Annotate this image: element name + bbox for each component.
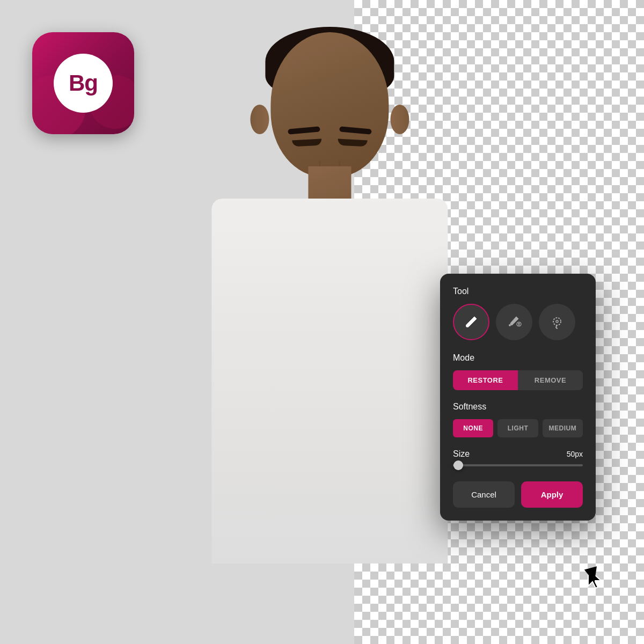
app-logo-text: Bg: [69, 70, 98, 96]
eyebrow-left: [288, 126, 320, 134]
svg-marker-4: [588, 569, 601, 588]
app-logo: Bg: [32, 32, 134, 134]
ear-left: [250, 105, 269, 134]
mode-section: Mode RESTORE REMOVE: [453, 353, 583, 390]
softness-section-label: Softness: [453, 402, 583, 412]
mode-buttons: RESTORE REMOVE: [453, 370, 583, 390]
smart-brush-tool-button[interactable]: [496, 304, 532, 340]
remove-mode-button[interactable]: REMOVE: [518, 370, 583, 390]
softness-buttons: NONE LIGHT MEDIUM: [453, 419, 583, 437]
softness-none-button[interactable]: NONE: [453, 419, 493, 437]
apply-button[interactable]: Apply: [521, 481, 583, 508]
action-buttons: Cancel Apply: [453, 481, 583, 508]
lasso-icon: [550, 314, 565, 330]
mode-section-label: Mode: [453, 353, 583, 363]
size-label: Size: [453, 449, 470, 459]
eyebrow-right: [339, 126, 372, 134]
tool-panel: Tool Mode: [440, 274, 596, 521]
size-slider-track[interactable]: [453, 464, 583, 466]
eye-right: [338, 139, 368, 147]
softness-section: Softness NONE LIGHT MEDIUM: [453, 402, 583, 437]
tool-buttons-row: [453, 304, 583, 340]
eye-left: [292, 139, 322, 147]
tool-section-label: Tool: [453, 287, 583, 296]
size-section: Size 50px: [453, 449, 583, 466]
softness-medium-button[interactable]: MEDIUM: [543, 419, 583, 437]
svg-point-3: [556, 320, 558, 323]
brush-tool-button[interactable]: [453, 304, 489, 340]
ear-right: [390, 105, 409, 134]
app-logo-circle: Bg: [54, 54, 113, 113]
cancel-button[interactable]: Cancel: [453, 481, 515, 508]
svg-point-2: [553, 318, 561, 325]
restore-mode-button[interactable]: RESTORE: [453, 370, 518, 390]
size-header: Size 50px: [453, 449, 583, 459]
person-body: [211, 199, 448, 564]
cursor-icon: [586, 568, 602, 589]
size-slider-thumb[interactable]: [453, 460, 463, 470]
size-value: 50px: [567, 450, 583, 458]
svg-point-0: [466, 324, 469, 327]
softness-light-button[interactable]: LIGHT: [497, 419, 538, 437]
person-head: [270, 32, 389, 177]
smart-brush-icon: [507, 314, 522, 330]
brush-icon: [464, 314, 479, 330]
lasso-tool-button[interactable]: [539, 304, 575, 340]
